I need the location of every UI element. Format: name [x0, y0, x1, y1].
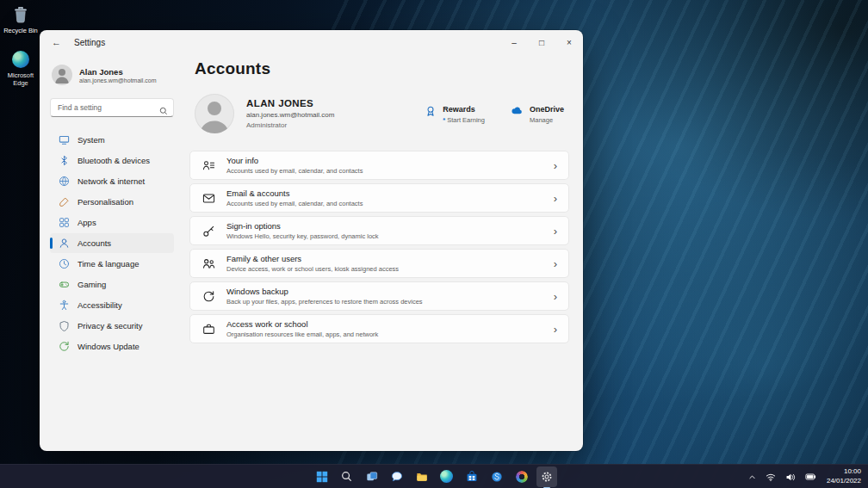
chevron-right-icon: › [547, 290, 557, 303]
desktop-icon-microsoft-edge[interactable]: Microsoft Edge [0, 49, 45, 87]
sign-in-options-icon [202, 224, 215, 238]
skype-icon[interactable] [487, 466, 507, 487]
rewards-icon [425, 105, 437, 120]
profile-email: alan.jones.wm@hotmail.com [246, 111, 334, 119]
profile-section: ALAN JONES alan.jones.wm@hotmail.com Adm… [195, 94, 569, 133]
access-work-school-icon [202, 322, 215, 336]
wifi-icon[interactable] [764, 471, 778, 484]
chevron-right-icon: › [547, 323, 557, 336]
settings-app-icon[interactable] [536, 466, 557, 487]
email-accounts-icon [202, 191, 215, 205]
card-email-accounts[interactable]: Email & accounts Accounts used by email,… [189, 183, 569, 213]
profile-role: Administrator [246, 121, 334, 129]
sidebar-item-label: Network & internet [78, 176, 145, 186]
photos-icon[interactable] [512, 466, 532, 487]
search-box [50, 98, 174, 117]
sidebar-user-block[interactable]: Alan Jones alan.jones.wm@hotmail.com [50, 61, 174, 87]
sidebar-item-accounts[interactable]: Accounts [50, 233, 174, 253]
settings-sidebar: Alan Jones alan.jones.wm@hotmail.com Sys… [40, 54, 183, 451]
card-title: Windows backup [226, 287, 423, 296]
windows-backup-icon [202, 289, 215, 303]
chevron-right-icon: › [547, 225, 557, 238]
sidebar-item-personalisation[interactable]: Personalisation [50, 192, 174, 212]
rewards-subtitle: Start Earning [447, 116, 485, 124]
titlebar[interactable]: ← Settings – □ × [40, 30, 583, 54]
accessibility-icon [59, 300, 70, 311]
sidebar-item-label: Windows Update [78, 342, 140, 351]
sidebar-item-label: Personalisation [78, 197, 133, 207]
card-title: Email & accounts [226, 188, 363, 198]
card-family-other-users[interactable]: Family & other users Device access, work… [189, 249, 569, 278]
microsoft-store-icon[interactable] [462, 466, 482, 487]
onedrive-title: OneDrive [530, 105, 564, 114]
personalisation-icon [59, 196, 70, 207]
sidebar-item-accessibility[interactable]: Accessibility [50, 295, 174, 315]
card-subtitle: Back up your files, apps, preferences to… [226, 298, 423, 306]
profile-name: ALAN JONES [246, 98, 334, 108]
sidebar-item-privacy-security[interactable]: Privacy & security [50, 316, 174, 336]
battery-icon[interactable] [803, 471, 818, 483]
card-sign-in-options[interactable]: Sign-in options Windows Hello, security … [189, 216, 569, 245]
card-subtitle: Device access, work or school users, kio… [226, 265, 399, 273]
clock-date: 24/01/2022 [827, 477, 861, 486]
desktop-icon-recycle-bin[interactable]: Recycle Bin [0, 4, 45, 34]
sidebar-item-bluetooth-devices[interactable]: Bluetooth & devices [50, 151, 174, 170]
profile-avatar [195, 94, 234, 133]
maximize-button[interactable]: □ [528, 30, 555, 54]
card-title: Access work or school [226, 319, 378, 329]
rewards-action[interactable]: Rewards * Start Earning [425, 105, 485, 124]
close-button[interactable]: × [555, 30, 583, 54]
user-name: Alan Jones [79, 67, 157, 77]
file-explorer-icon[interactable] [412, 466, 432, 487]
time-language-icon [59, 258, 70, 269]
card-subtitle: Accounts used by email, calendar, and co… [226, 200, 363, 207]
task-view-icon[interactable] [362, 466, 382, 487]
search-icon [159, 103, 168, 119]
taskbar-clock[interactable]: 10:00 24/01/2022 [824, 467, 861, 486]
system-tray: 10:00 24/01/2022 [747, 465, 861, 488]
card-access-work-school[interactable]: Access work or school Organisation resou… [189, 314, 569, 343]
sidebar-item-system[interactable]: System [50, 130, 174, 150]
search-input[interactable] [50, 98, 174, 117]
sidebar-item-label: Privacy & security [78, 321, 143, 330]
onedrive-action[interactable]: OneDrive Manage [511, 105, 564, 124]
sidebar-item-label: Gaming [78, 280, 106, 289]
volume-icon[interactable] [784, 471, 797, 484]
onedrive-subtitle: Manage [530, 116, 564, 124]
your-info-icon [202, 158, 215, 172]
accounts-icon [59, 238, 70, 249]
desktop-icon-label: Microsoft Edge [0, 71, 41, 87]
card-title: Your info [226, 156, 363, 165]
sidebar-item-apps[interactable]: Apps [50, 213, 174, 232]
gaming-icon [59, 279, 70, 290]
edge-browser-icon[interactable] [437, 466, 457, 487]
sidebar-nav: System Bluetooth & devices Network & int… [50, 130, 174, 356]
chat-icon[interactable] [387, 466, 407, 487]
taskbar-search-icon[interactable] [337, 466, 357, 487]
window-title: Settings [74, 38, 105, 47]
card-title: Sign-in options [226, 221, 379, 231]
sidebar-item-network-internet[interactable]: Network & internet [50, 171, 174, 191]
apps-icon [59, 217, 70, 228]
sidebar-item-gaming[interactable]: Gaming [50, 275, 174, 294]
edge-icon [10, 49, 31, 70]
chevron-right-icon: › [547, 257, 557, 270]
system-icon [59, 134, 70, 145]
start-button-icon[interactable] [312, 466, 332, 487]
page-title: Accounts [195, 59, 569, 78]
card-your-info[interactable]: Your info Accounts used by email, calend… [189, 151, 569, 180]
sidebar-item-time-language[interactable]: Time & language [50, 254, 174, 274]
accounts-page: Accounts ALAN JONES alan.jones.wm@hotmai… [183, 54, 583, 451]
sidebar-item-windows-update[interactable]: Windows Update [50, 337, 174, 356]
clock-time: 10:00 [827, 467, 861, 477]
rewards-title: Rewards [443, 105, 485, 114]
card-windows-backup[interactable]: Windows backup Back up your files, apps,… [189, 281, 569, 311]
card-title: Family & other users [226, 254, 399, 263]
rewards-bullet: * [443, 116, 445, 124]
back-button[interactable]: ← [52, 37, 67, 47]
desktop-icon-label: Recycle Bin [3, 27, 38, 34]
user-avatar [52, 65, 72, 85]
minimize-button[interactable]: – [500, 30, 528, 54]
tray-chevron-up-icon[interactable] [747, 472, 758, 483]
settings-card-list: Your info Accounts used by email, calend… [189, 151, 569, 343]
